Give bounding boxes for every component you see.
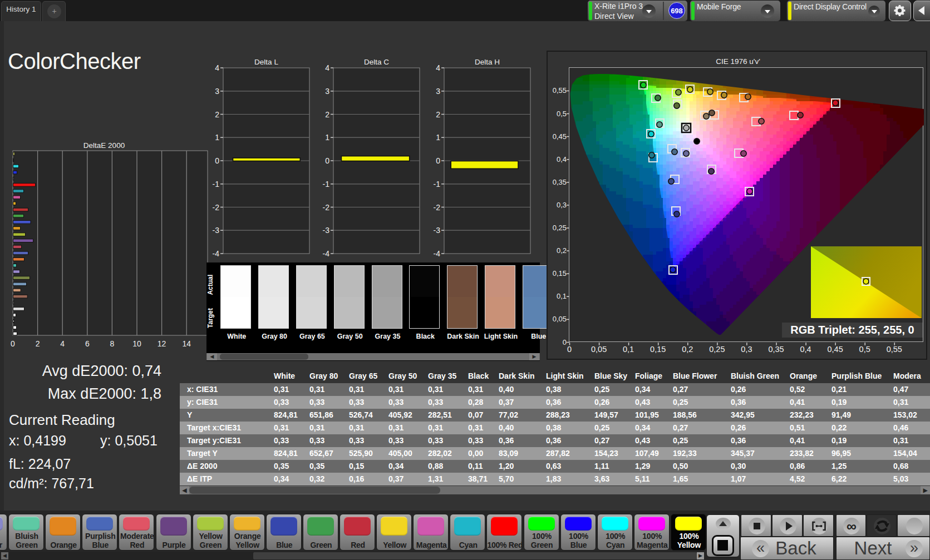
svg-text:4: 4 bbox=[325, 63, 329, 72]
svg-text:4: 4 bbox=[436, 63, 440, 72]
svg-text:0: 0 bbox=[11, 339, 15, 348]
svg-text:2: 2 bbox=[36, 339, 40, 348]
svg-text:3: 3 bbox=[436, 87, 440, 96]
svg-text:1: 1 bbox=[436, 133, 440, 142]
svg-text:-2: -2 bbox=[323, 203, 330, 212]
svg-text:-2: -2 bbox=[434, 203, 441, 212]
svg-text:DeltaE 2000: DeltaE 2000 bbox=[83, 141, 125, 150]
svg-text:-4: -4 bbox=[434, 249, 441, 258]
svg-text:-3: -3 bbox=[323, 226, 330, 235]
svg-text:12: 12 bbox=[158, 339, 166, 348]
svg-text:-2: -2 bbox=[213, 203, 220, 212]
svg-text:Delta C: Delta C bbox=[364, 58, 389, 66]
svg-text:Delta L: Delta L bbox=[254, 58, 278, 66]
svg-text:14: 14 bbox=[182, 339, 191, 348]
svg-text:8: 8 bbox=[110, 339, 115, 348]
svg-text:Delta H: Delta H bbox=[475, 58, 500, 66]
svg-text:2: 2 bbox=[436, 110, 440, 119]
svg-text:1: 1 bbox=[215, 133, 219, 142]
svg-text:-1: -1 bbox=[323, 180, 330, 189]
svg-text:0: 0 bbox=[215, 156, 219, 165]
svg-text:-4: -4 bbox=[323, 249, 330, 258]
svg-text:0: 0 bbox=[325, 156, 329, 165]
svg-text:-1: -1 bbox=[434, 180, 441, 189]
svg-text:4: 4 bbox=[60, 339, 65, 348]
svg-text:1: 1 bbox=[325, 133, 329, 142]
svg-text:3: 3 bbox=[215, 87, 219, 96]
svg-text:-3: -3 bbox=[434, 226, 441, 235]
svg-text:-1: -1 bbox=[213, 180, 220, 189]
svg-text:4: 4 bbox=[215, 63, 219, 72]
svg-text:3: 3 bbox=[325, 87, 329, 96]
svg-text:10: 10 bbox=[132, 339, 141, 348]
svg-text:-3: -3 bbox=[213, 226, 220, 235]
svg-text:2: 2 bbox=[325, 110, 329, 119]
svg-text:6: 6 bbox=[85, 339, 90, 348]
svg-text:2: 2 bbox=[215, 110, 219, 119]
svg-text:0: 0 bbox=[436, 156, 440, 165]
